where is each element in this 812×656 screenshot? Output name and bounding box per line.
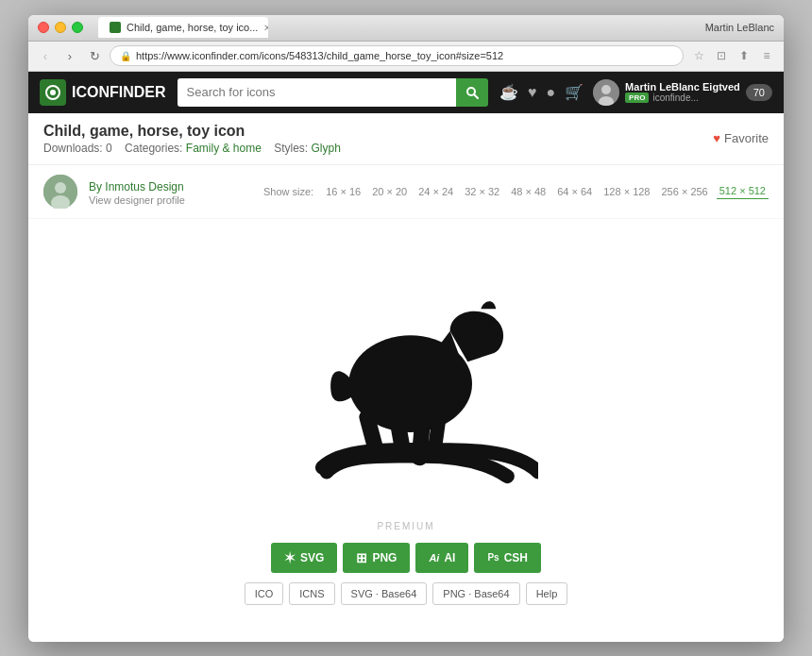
svg-download-button[interactable]: ✶ SVG — [271, 543, 337, 573]
size-512[interactable]: 512 × 512 — [717, 183, 769, 199]
logo-area[interactable]: ICONFINDER — [40, 79, 166, 106]
csh-download-button[interactable]: Ps CSH — [474, 543, 541, 573]
size-24[interactable]: 24 × 24 — [415, 184, 456, 199]
fullscreen-button[interactable] — [72, 22, 83, 33]
coffee-icon[interactable]: ☕ — [499, 83, 518, 101]
designer-avatar — [43, 175, 77, 209]
nav-actions: ☆ ⊡ ⬆ ≡ — [689, 46, 776, 65]
content-wrapper: Child, game, horse, toy icon Downloads: … — [28, 113, 784, 642]
tab-area: Child, game, horse, toy ico... ✕ — [98, 17, 705, 38]
premium-label: PREMIUM — [377, 521, 434, 531]
user-handle: iconfinde... — [652, 93, 698, 103]
svg-line-3 — [474, 94, 478, 98]
back-button[interactable]: ‹ — [36, 46, 55, 65]
svg-point-1 — [50, 90, 56, 95]
menu-icon[interactable]: ≡ — [757, 46, 776, 65]
favorite-label: Favorite — [724, 131, 769, 145]
downloads-label: Downloads: — [43, 142, 103, 155]
view-profile-link[interactable]: View designer profile — [89, 194, 185, 206]
nav-bar: ‹ › ↻ 🔒 https://www.iconfinder.com/icons… — [28, 42, 784, 72]
search-button[interactable] — [456, 78, 488, 107]
png-download-button[interactable]: ⊞ PNG — [343, 543, 410, 573]
tab-favicon — [110, 22, 121, 33]
size-256[interactable]: 256 × 256 — [659, 184, 711, 199]
size-16[interactable]: 16 × 16 — [323, 184, 364, 199]
png-base64-button[interactable]: PNG · Base64 — [432, 582, 519, 605]
tab-close-button[interactable]: ✕ — [263, 23, 268, 32]
categories-label: Categories: — [125, 142, 182, 155]
settings-icon[interactable]: ● — [546, 84, 555, 101]
png-label: PNG — [372, 551, 397, 564]
svg-base64-button[interactable]: SVG · Base64 — [341, 582, 428, 605]
svg-icon: ✶ — [284, 550, 296, 565]
avatar — [593, 79, 619, 106]
page-meta: Downloads: 0 Categories: Family & home S… — [43, 142, 341, 155]
png-icon: ⊞ — [356, 550, 367, 565]
favorite-button[interactable]: ♥ Favorite — [713, 131, 769, 145]
forward-button[interactable]: › — [60, 46, 79, 65]
pro-badge: PRO — [625, 93, 649, 103]
logo-icon — [40, 79, 66, 106]
csh-icon: Ps — [487, 552, 499, 563]
help-button[interactable]: Help — [526, 582, 568, 605]
heart-icon[interactable]: ♥ — [528, 84, 537, 101]
downloads-value: 0 — [106, 142, 112, 155]
ai-icon: Ai — [429, 552, 439, 563]
refresh-button[interactable]: ↻ — [85, 46, 104, 65]
search-bar — [178, 78, 488, 107]
style-link[interactable]: Glyph — [312, 142, 341, 155]
rocking-horse-icon — [274, 257, 538, 502]
cart-icon[interactable]: 🛒 — [565, 83, 584, 101]
share-icon[interactable]: ⬆ — [735, 46, 753, 65]
main-content: Child, game, horse, toy icon Downloads: … — [28, 113, 784, 642]
url-text: https://www.iconfinder.com/icons/548313/… — [136, 50, 673, 61]
icns-button[interactable]: ICNS — [289, 582, 334, 605]
bookmark-icon[interactable]: ☆ — [689, 46, 708, 65]
designer-name-link[interactable]: By Inmotus Design — [89, 180, 184, 193]
size-128[interactable]: 128 × 128 — [601, 184, 652, 199]
svg-label: SVG — [300, 551, 324, 564]
ico-button[interactable]: ICO — [245, 582, 284, 605]
app-header: ICONFINDER ☕ ♥ ● 🛒 — [28, 72, 784, 113]
tab-label: Child, game, horse, toy ico... — [127, 22, 258, 33]
user-name: Martin LeBlanc Eigtved — [625, 81, 740, 93]
page-header: Child, game, horse, toy icon Downloads: … — [28, 113, 784, 165]
svg-point-8 — [55, 182, 66, 193]
reader-icon[interactable]: ⊡ — [712, 46, 731, 65]
address-bar[interactable]: 🔒 https://www.iconfinder.com/icons/54831… — [110, 45, 684, 66]
ai-label: AI — [444, 551, 455, 564]
category-link[interactable]: Family & home — [186, 142, 262, 155]
search-input[interactable] — [178, 78, 456, 107]
size-32[interactable]: 32 × 32 — [462, 184, 502, 199]
secondary-buttons: ICO ICNS SVG · Base64 PNG · Base64 Help — [245, 582, 568, 605]
svg-point-5 — [601, 85, 611, 94]
size-label: Show size: — [263, 186, 313, 197]
svg-point-15 — [362, 346, 441, 403]
minimize-button[interactable] — [55, 22, 66, 33]
user-area: Martin LeBlanc Eigtved PRO iconfinde... … — [593, 79, 772, 106]
size-20[interactable]: 20 × 20 — [369, 184, 410, 199]
close-button[interactable] — [38, 22, 49, 33]
user-info: Martin LeBlanc Eigtved PRO iconfinde... — [625, 81, 740, 103]
designer-row: By Inmotus Design View designer profile … — [28, 165, 784, 219]
points-badge: 70 — [746, 84, 772, 101]
lock-icon: 🔒 — [120, 51, 131, 61]
traffic-lights — [38, 22, 83, 33]
csh-label: CSH — [504, 551, 528, 564]
size-48[interactable]: 48 × 48 — [508, 184, 549, 199]
heart-icon: ♥ — [713, 131, 720, 145]
styles-label: Styles: — [274, 142, 308, 155]
designer-info: By Inmotus Design View designer profile — [89, 177, 185, 206]
page-title-area: Child, game, horse, toy icon Downloads: … — [43, 123, 341, 155]
logo-text: ICONFINDER — [72, 84, 166, 101]
header-icons: ☕ ♥ ● 🛒 Martin LeBlanc Eigtved PRO iconf… — [499, 79, 772, 106]
icon-display: PREMIUM ✶ SVG ⊞ PNG Ai AI — [28, 219, 784, 624]
ai-download-button[interactable]: Ai AI — [415, 543, 468, 573]
title-bar: Child, game, horse, toy ico... ✕ Martin … — [28, 15, 784, 42]
download-buttons: ✶ SVG ⊞ PNG Ai AI Ps CSH — [271, 543, 541, 573]
size-options: Show size: 16 × 16 20 × 20 24 × 24 32 × … — [263, 183, 769, 199]
page-title: Child, game, horse, toy icon — [43, 123, 341, 140]
size-64[interactable]: 64 × 64 — [554, 184, 595, 199]
browser-tab[interactable]: Child, game, horse, toy ico... ✕ — [98, 17, 268, 38]
title-bar-user: Martin LeBlanc — [705, 22, 774, 33]
